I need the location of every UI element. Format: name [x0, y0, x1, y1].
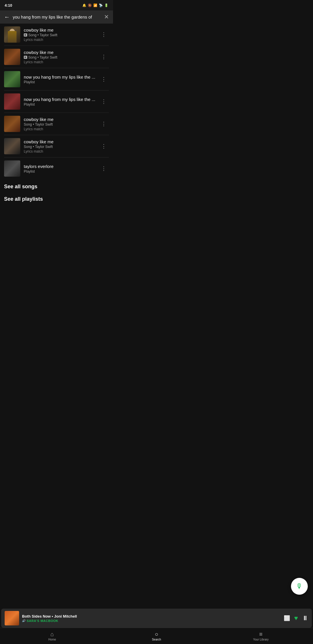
- results-area: cowboy like me E Song • Taylor Swift Lyr…: [0, 23, 113, 239]
- result-thumbnail: [4, 71, 20, 87]
- result-info: cowboy like me Song • Taylor Swift Lyric…: [24, 139, 95, 153]
- result-thumbnail: [4, 116, 20, 132]
- search-query[interactable]: you hang from my lips like the gardens o…: [13, 15, 101, 19]
- more-options-button[interactable]: ⋮: [99, 74, 109, 85]
- results-list: cowboy like me E Song • Taylor Swift Lyr…: [0, 23, 113, 180]
- result-title: cowboy like me: [24, 50, 95, 55]
- result-info: taylors everlore Playlist: [24, 164, 95, 173]
- result-item[interactable]: now you hang from my lips like the ... P…: [0, 68, 113, 90]
- result-meta: E Song • Taylor Swift: [24, 33, 95, 37]
- result-title: now you hang from my lips like the ...: [24, 75, 95, 79]
- result-type: Playlist: [24, 80, 35, 84]
- more-options-button[interactable]: ⋮: [99, 51, 109, 62]
- see-all-playlists-header[interactable]: See all playlists: [0, 192, 113, 205]
- result-meta: Song • Taylor Swift: [24, 145, 95, 149]
- result-sublabel: Lyrics match: [24, 60, 95, 64]
- result-info: cowboy like me E Song • Taylor Swift Lyr…: [24, 28, 95, 42]
- result-title: cowboy like me: [24, 28, 95, 32]
- result-item[interactable]: cowboy like me Song • Taylor Swift Lyric…: [0, 135, 113, 157]
- clear-button[interactable]: ✕: [104, 13, 109, 20]
- more-options-button[interactable]: ⋮: [99, 163, 109, 174]
- alarm-icon: 🔔: [82, 3, 86, 7]
- signal-icon: 📡: [99, 3, 103, 7]
- result-thumbnail: [4, 26, 20, 43]
- result-item[interactable]: cowboy like me E Song • Taylor Swift Lyr…: [0, 46, 113, 68]
- mute-icon: 🔕: [88, 3, 92, 7]
- explicit-badge: E: [24, 33, 27, 37]
- explicit-badge: E: [24, 56, 27, 59]
- result-info: now you hang from my lips like the ... P…: [24, 97, 95, 106]
- more-options-button[interactable]: ⋮: [99, 29, 109, 40]
- more-options-button[interactable]: ⋮: [99, 141, 109, 152]
- result-thumbnail: [4, 49, 20, 65]
- result-item[interactable]: cowboy like me Song • Taylor Swift Lyric…: [0, 113, 113, 135]
- result-info: now you hang from my lips like the ... P…: [24, 75, 95, 84]
- result-item[interactable]: now you hang from my lips like the ... P…: [0, 91, 113, 113]
- result-info: cowboy like me E Song • Taylor Swift Lyr…: [24, 50, 95, 64]
- result-item[interactable]: cowboy like me E Song • Taylor Swift Lyr…: [0, 23, 113, 46]
- more-options-button[interactable]: ⋮: [99, 96, 109, 107]
- battery-icon: 🔋: [104, 3, 108, 7]
- result-meta: Song • Taylor Swift: [24, 122, 95, 126]
- search-bar: ← you hang from my lips like the gardens…: [0, 10, 113, 23]
- result-meta: E Song • Taylor Swift: [24, 55, 95, 59]
- result-info: cowboy like me Song • Taylor Swift Lyric…: [24, 117, 95, 131]
- result-type: Song • Taylor Swift: [24, 122, 53, 126]
- result-title: now you hang from my lips like the ...: [24, 97, 95, 102]
- status-time: 4:10: [5, 3, 12, 8]
- result-type: Song • Taylor Swift: [24, 145, 53, 149]
- result-meta: Playlist: [24, 169, 95, 173]
- see-all-songs-header[interactable]: See all songs: [0, 180, 113, 192]
- back-button[interactable]: ←: [4, 14, 10, 20]
- result-thumbnail: [4, 138, 20, 154]
- result-type: Playlist: [24, 169, 35, 173]
- result-title: taylors everlore: [24, 164, 95, 169]
- result-title: cowboy like me: [24, 139, 95, 144]
- result-meta: Playlist: [24, 80, 95, 84]
- status-icons: 🔔 🔕 📶 📡 🔋: [82, 3, 108, 7]
- more-options-button[interactable]: ⋮: [99, 118, 109, 129]
- result-sublabel: Lyrics match: [24, 127, 95, 131]
- result-meta: Playlist: [24, 102, 95, 106]
- result-item[interactable]: taylors everlore Playlist ⋮: [0, 158, 113, 180]
- status-bar: 4:10 🔔 🔕 📶 📡 🔋: [0, 0, 113, 10]
- result-thumbnail: [4, 93, 20, 110]
- wifi-icon: 📶: [93, 3, 97, 7]
- result-type: Song • Taylor Swift: [28, 33, 57, 37]
- result-type: Song • Taylor Swift: [28, 55, 57, 59]
- result-type: Playlist: [24, 102, 35, 106]
- result-thumbnail: [4, 160, 20, 177]
- result-title: cowboy like me: [24, 117, 95, 122]
- result-sublabel: Lyrics match: [24, 149, 95, 153]
- result-sublabel: Lyrics match: [24, 38, 95, 42]
